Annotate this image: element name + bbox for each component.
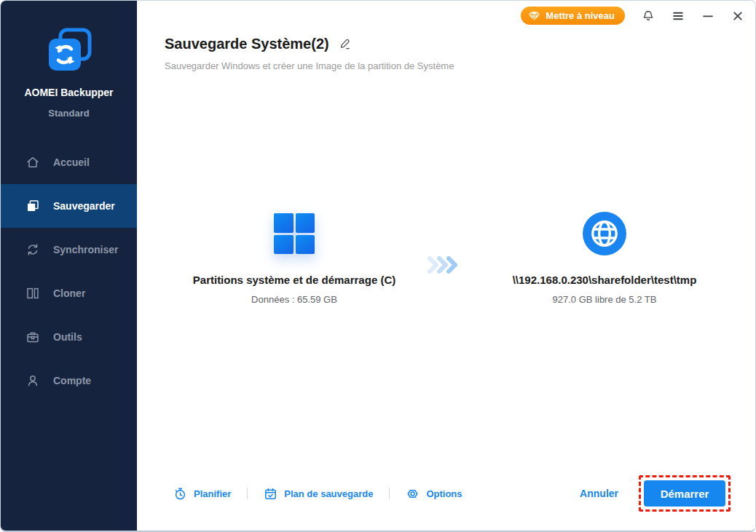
diamond-icon (528, 11, 540, 21)
cancel-button[interactable]: Annuler (580, 488, 618, 499)
options-label: Options (426, 488, 462, 499)
brand: AOMEI Backupper Standard (1, 1, 137, 119)
schedule-link[interactable]: Planifier (173, 487, 231, 501)
flow-arrow-icon (427, 255, 460, 277)
sidebar-item-synchroniser[interactable]: Synchroniser (1, 228, 137, 271)
source-name: Partitions système et de démarrage (C) (137, 274, 452, 286)
page-subtitle: Sauvegarder Windows et créer une Image d… (165, 60, 454, 71)
backup-icon (25, 199, 40, 213)
sidebar-item-accueil[interactable]: Accueil (1, 140, 137, 184)
main-panel: Mettre à niveau (137, 1, 755, 531)
backup-scheme-link[interactable]: Plan de sauvegarde (264, 487, 373, 501)
sidebar-item-outils[interactable]: Outils (1, 315, 137, 359)
backup-destination[interactable]: \\192.168.0.230\sharefolder\test\tmp 927… (462, 212, 747, 305)
options-hex-icon (406, 487, 420, 501)
clone-icon (25, 286, 40, 301)
sidebar-item-label: Sauvegarder (53, 200, 115, 212)
calendar-check-icon (264, 487, 277, 501)
sidebar-nav: Accueil Sauvegarder Synchroniser (1, 140, 137, 402)
backup-scheme-label: Plan de sauvegarde (284, 488, 373, 499)
page-title: Sauvegarde Système(2) (165, 36, 329, 52)
schedule-label: Planifier (194, 488, 231, 499)
footer-divider (247, 488, 248, 499)
sidebar-item-compte[interactable]: Compte (1, 359, 137, 402)
upgrade-button[interactable]: Mettre à niveau (521, 7, 625, 25)
footer-divider (389, 488, 390, 499)
sidebar-item-sauvegarder[interactable]: Sauvegarder (1, 184, 137, 228)
toolbox-icon (25, 330, 40, 344)
start-button[interactable]: Démarrer (644, 480, 725, 507)
aomei-backupper-window: AOMEI Backupper Standard Accueil Sauvega… (0, 0, 756, 532)
destination-detail: 927.0 GB libre de 5.2 TB (462, 294, 747, 305)
sidebar: AOMEI Backupper Standard Accueil Sauvega… (1, 1, 137, 531)
network-globe-icon (583, 212, 626, 255)
sidebar-item-label: Compte (53, 375, 91, 386)
backup-source[interactable]: Partitions système et de démarrage (C) D… (137, 212, 452, 305)
close-icon[interactable] (731, 9, 744, 23)
notifications-icon[interactable] (642, 9, 655, 23)
sync-icon (25, 242, 40, 257)
source-detail: Données : 65.59 GB (137, 294, 452, 305)
topbar: Mettre à niveau (521, 7, 744, 25)
windows-logo-icon (274, 213, 315, 254)
minimize-icon[interactable] (701, 9, 714, 23)
footer-bar: Planifier Plan de sauvegarde Options (173, 472, 731, 515)
options-link[interactable]: Options (406, 487, 462, 501)
edit-icon[interactable] (339, 38, 351, 50)
aomei-logo-icon (44, 27, 94, 75)
page-header: Sauvegarde Système(2) Sauvegarder Window… (165, 36, 454, 71)
sidebar-item-cloner[interactable]: Cloner (1, 271, 137, 315)
sidebar-item-label: Synchroniser (53, 244, 118, 255)
sidebar-item-label: Accueil (53, 156, 90, 168)
sidebar-item-label: Cloner (53, 287, 85, 299)
destination-name: \\192.168.0.230\sharefolder\test\tmp (462, 274, 747, 286)
sidebar-item-label: Outils (53, 331, 82, 343)
brand-name: AOMEI Backupper (1, 87, 137, 98)
stopwatch-icon (173, 487, 187, 501)
brand-edition: Standard (1, 108, 137, 119)
highlight-dashed-border: Démarrer (639, 475, 731, 512)
home-icon (25, 155, 40, 170)
upgrade-label: Mettre à niveau (546, 10, 615, 21)
menu-icon[interactable] (672, 9, 685, 23)
account-icon (25, 373, 40, 388)
